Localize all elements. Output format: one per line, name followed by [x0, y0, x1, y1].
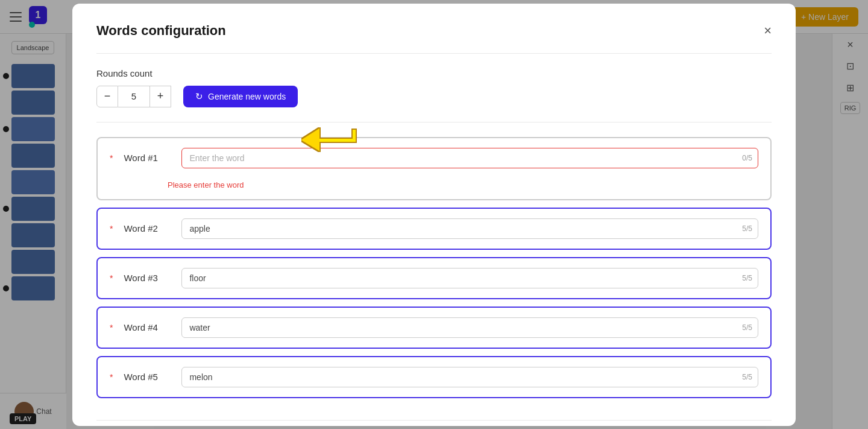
word-label-4: Word #4 — [124, 322, 172, 332]
words-container: * Word #1 0/5 Please enter the word * Wo… — [96, 137, 772, 405]
rounds-divider — [96, 122, 772, 122]
required-star-1: * — [110, 153, 113, 163]
char-count-1: 0/5 — [742, 154, 752, 162]
word-input-1[interactable] — [181, 148, 758, 168]
char-count-3: 5/5 — [742, 274, 752, 282]
word-row-2: * Word #2 5/5 — [96, 208, 772, 250]
word-label-3: Word #3 — [124, 273, 172, 283]
required-star-5: * — [110, 372, 113, 382]
required-star-3: * — [110, 273, 113, 283]
word-row-1-inner: * Word #1 0/5 — [110, 148, 758, 168]
word-input-3[interactable] — [181, 268, 758, 288]
word-input-wrapper-3: 5/5 — [181, 268, 758, 288]
word-row-1: * Word #1 0/5 Please enter the word — [96, 137, 772, 200]
word-row-3: * Word #3 5/5 — [96, 257, 772, 299]
generate-words-button[interactable]: ↻ Generate new words — [183, 86, 298, 107]
rounds-section: Rounds count − + ↻ Generate new words — [96, 68, 772, 107]
word-label-5: Word #5 — [124, 372, 172, 382]
words-configuration-modal: Words configuration × Rounds count − + ↻… — [72, 4, 796, 426]
rounds-label: Rounds count — [96, 68, 772, 78]
word-input-wrapper-4: 5/5 — [181, 317, 758, 338]
rounds-decrement-button[interactable]: − — [96, 86, 118, 107]
required-star-2: * — [110, 224, 113, 234]
rounds-controls: − + ↻ Generate new words — [96, 86, 772, 107]
word-row-5: * Word #5 5/5 — [96, 356, 772, 398]
word-input-2[interactable] — [181, 218, 758, 239]
rounds-increment-button[interactable]: + — [149, 86, 171, 107]
save-section: Save — [96, 420, 772, 426]
modal-title: Words configuration — [96, 23, 226, 39]
modal-header: Words configuration × — [96, 23, 772, 39]
word-input-wrapper-1: 0/5 — [181, 148, 758, 168]
char-count-2: 5/5 — [742, 224, 752, 233]
word-label-2: Word #2 — [124, 223, 172, 234]
word-input-5[interactable] — [181, 367, 758, 387]
word-input-4[interactable] — [181, 317, 758, 338]
header-divider — [96, 53, 772, 54]
char-count-5: 5/5 — [742, 373, 752, 381]
modal-close-button[interactable]: × — [764, 24, 772, 37]
word-row-4: * Word #4 5/5 — [96, 307, 772, 349]
word-label-1: Word #1 — [124, 153, 172, 163]
refresh-icon: ↻ — [195, 91, 203, 102]
required-star-4: * — [110, 323, 113, 332]
word-input-wrapper-5: 5/5 — [181, 367, 758, 387]
word-input-wrapper-2: 5/5 — [181, 218, 758, 239]
rounds-value-input[interactable] — [118, 86, 149, 107]
word-error-1: Please enter the word — [168, 180, 244, 189]
generate-btn-label: Generate new words — [208, 92, 286, 101]
char-count-4: 5/5 — [742, 323, 752, 332]
